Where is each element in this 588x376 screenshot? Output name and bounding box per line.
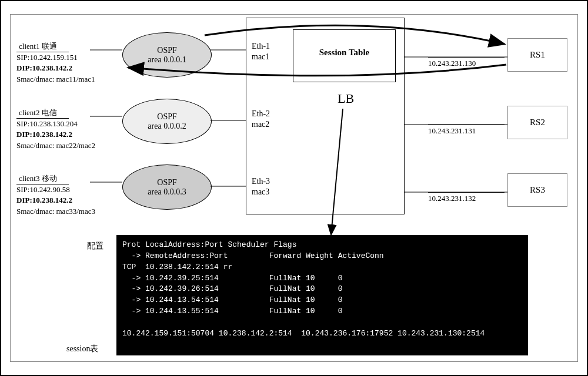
diagram-frame: client1 联通 SIP:10.242.159.151 DIP:10.238… — [0, 0, 588, 376]
term-l7: -> 10.244.13.55:514 FullNat 10 0 — [122, 307, 342, 315]
ospf3-area: area 0.0.0.3 — [123, 187, 211, 197]
term-l6: -> 10.244.13.54:514 FullNat 10 0 — [122, 296, 342, 304]
client1-block: client1 联通 SIP:10.242.159.151 DIP:10.238… — [16, 41, 134, 85]
ospf2-title: OSPF — [123, 112, 211, 122]
eth1-label: Eth-1 mac1 — [252, 41, 270, 62]
term-l4: -> 10.242.39.25:514 FullNat 10 0 — [122, 274, 342, 283]
client2-mac: Smac/dmac: mac22/mac2 — [16, 141, 95, 150]
terminal-output: Prot LocalAddress:Port Scheduler Flags -… — [116, 235, 528, 355]
eth3-label: Eth-3 mac3 — [252, 176, 270, 197]
rs1-name: RS1 — [530, 50, 545, 60]
term-l1: Prot LocalAddress:Port Scheduler Flags — [122, 240, 296, 249]
term-l2: -> RemoteAddress:Port Forward Weight Act… — [122, 251, 384, 260]
diagram-inner: client1 联通 SIP:10.242.159.151 DIP:10.238… — [10, 14, 578, 362]
ospf1-title: OSPF — [123, 46, 211, 55]
client1-sip: SIP:10.242.159.151 — [16, 53, 78, 62]
rs1-ip: 10.243.231.130 — [428, 57, 505, 68]
ospf1-area: area 0.0.0.1 — [123, 55, 211, 65]
rs3-name: RS3 — [530, 185, 545, 195]
term-l8: 10.242.159.151:50704 10.238.142.2:514 10… — [122, 329, 485, 338]
rs3-ip: 10.243.231.132 — [428, 192, 505, 203]
client3-name: client3 移动 — [16, 173, 69, 184]
client1-dip: DIP:10.238.142.2 — [16, 63, 72, 72]
ospf-area-1: OSPF area 0.0.0.1 — [122, 32, 212, 78]
config-label: 配置 — [87, 241, 103, 251]
rs2-ip: 10.243.231.131 — [428, 125, 505, 136]
client2-dip: DIP:10.238.142.2 — [16, 130, 72, 139]
client3-mac: Smac/dmac: mac33/mac3 — [16, 207, 95, 216]
eth2-label: Eth-2 mac2 — [252, 109, 270, 130]
client1-mac: Smac/dmac: mac11/mac1 — [16, 75, 95, 83]
client3-sip: SIP:10.242.90.58 — [16, 185, 70, 194]
ospf2-area: area 0.0.0.2 — [123, 122, 211, 131]
rs1-box: RS1 — [507, 38, 567, 72]
client3-dip: DIP:10.238.142.2 — [16, 196, 72, 204]
ospf-area-2: OSPF area 0.0.0.2 — [122, 99, 212, 144]
client1-name: client1 联通 — [16, 41, 69, 52]
client2-block: client2 电信 SIP:10.238.130.204 DIP:10.238… — [16, 108, 134, 151]
client2-name: client2 电信 — [16, 108, 69, 119]
client3-block: client3 移动 SIP:10.242.90.58 DIP:10.238.1… — [16, 173, 134, 217]
term-l5: -> 10.242.39.26:514 FullNat 10 0 — [122, 284, 342, 293]
ospf-area-3: OSPF area 0.0.0.3 — [122, 164, 212, 210]
ospf3-title: OSPF — [123, 178, 211, 187]
session-table-label: session表 — [66, 344, 98, 354]
term-l3: TCP 10.238.142.2:514 rr — [122, 263, 232, 271]
lb-label: LB — [338, 91, 354, 106]
rs2-name: RS2 — [530, 118, 545, 127]
client2-sip: SIP:10.238.130.204 — [16, 119, 78, 128]
session-table-box: Session Table — [293, 29, 396, 82]
rs2-box: RS2 — [507, 106, 567, 139]
rs3-box: RS3 — [507, 173, 567, 207]
session-table-title: Session Table — [319, 48, 369, 57]
